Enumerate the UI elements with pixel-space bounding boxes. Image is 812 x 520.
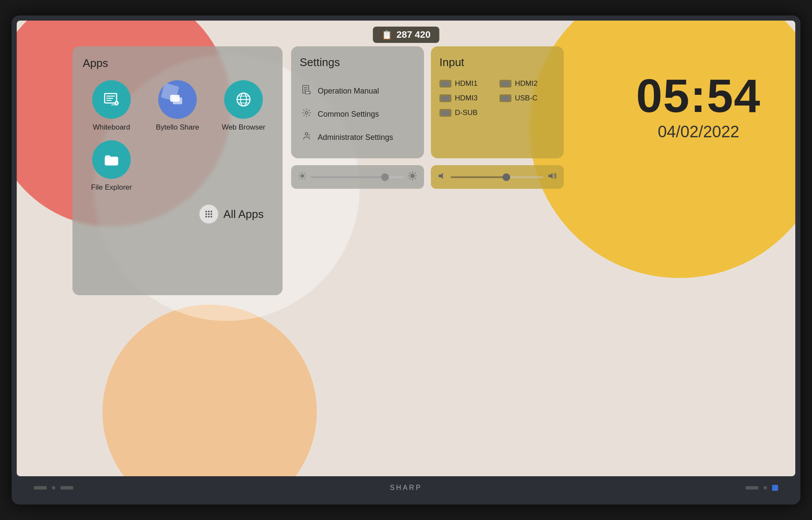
volume-slider-panel xyxy=(431,165,564,189)
apps-grid: Whiteboard Bytello Share xyxy=(83,80,272,192)
port-2 xyxy=(52,486,55,490)
svg-line-35 xyxy=(299,173,300,174)
input-usbc[interactable]: USB-C xyxy=(499,94,555,103)
volume-fill xyxy=(451,176,506,178)
input-panel-title: Input xyxy=(439,56,555,69)
input-grid: HDMI1 HDMI2 xyxy=(439,79,555,117)
input-hdmi1[interactable]: HDMI1 xyxy=(439,79,495,88)
hdmi3-icon xyxy=(439,94,451,102)
meeting-code: 287 420 xyxy=(397,29,431,40)
port-1 xyxy=(34,486,47,490)
settings-panel-title: Settings xyxy=(300,56,415,69)
admin-settings-label: Administrator Settings xyxy=(318,133,393,142)
hdmi2-icon xyxy=(499,80,511,88)
tv-screen: 📋 287 420 05:54 04/02/2022 Apps xyxy=(17,21,795,476)
input-hdmi3[interactable]: HDMI3 xyxy=(439,94,495,103)
svg-line-47 xyxy=(415,173,416,174)
admin-settings-icon xyxy=(301,131,312,144)
meeting-bar: 📋 287 420 xyxy=(373,27,439,43)
bg-peach-circle xyxy=(102,305,317,476)
port-3 xyxy=(60,486,73,490)
tv-frame: 📋 287 420 05:54 04/02/2022 Apps xyxy=(12,15,800,505)
port-5 xyxy=(764,486,767,490)
svg-line-44 xyxy=(409,173,411,174)
right-panels: Settings xyxy=(291,46,564,295)
operation-manual-icon xyxy=(301,85,312,97)
panels-row: Settings xyxy=(291,46,564,158)
sliders-row xyxy=(291,165,564,189)
brightness-min-icon xyxy=(298,172,307,182)
main-content: Apps xyxy=(72,46,564,295)
whiteboard-icon xyxy=(92,80,131,119)
svg-point-28 xyxy=(305,112,308,114)
svg-point-18 xyxy=(205,216,207,218)
svg-point-16 xyxy=(208,213,210,215)
svg-point-13 xyxy=(208,211,210,212)
svg-point-20 xyxy=(211,216,212,218)
hdmi3-label: HDMI3 xyxy=(455,94,478,103)
svg-rect-25 xyxy=(305,91,310,94)
fileexplorer-icon xyxy=(92,140,131,179)
svg-point-17 xyxy=(211,213,212,215)
brightness-thumb[interactable] xyxy=(381,173,389,181)
app-whiteboard[interactable]: Whiteboard xyxy=(83,80,140,132)
clock-display: 05:54 xyxy=(636,72,761,119)
date-display: 04/02/2022 xyxy=(636,123,761,141)
app-bytello[interactable]: Bytello Share xyxy=(149,80,206,132)
meeting-icon: 📋 xyxy=(382,30,392,40)
brightness-slider-panel xyxy=(291,165,424,189)
whiteboard-label: Whiteboard xyxy=(93,123,130,132)
input-panel: Input HDMI1 xyxy=(431,46,564,158)
bg-yellow-circle xyxy=(529,21,795,278)
apps-panel-title: Apps xyxy=(83,57,272,70)
tv-bottom-bar: SHARP xyxy=(17,476,795,499)
settings-item-common[interactable]: Common Settings xyxy=(300,103,415,126)
input-hdmi2[interactable]: HDMI2 xyxy=(499,79,555,88)
hdmi1-icon xyxy=(439,80,451,88)
svg-line-36 xyxy=(304,178,305,179)
webbrowser-icon xyxy=(224,80,263,119)
dsub-icon xyxy=(439,109,451,117)
app-fileexplorer[interactable]: File Explorer xyxy=(83,140,140,192)
bytello-icon xyxy=(158,80,197,119)
svg-point-29 xyxy=(305,133,308,135)
svg-line-37 xyxy=(299,178,300,179)
all-apps-button[interactable]: All Apps xyxy=(83,200,272,228)
svg-line-38 xyxy=(304,173,305,174)
svg-point-39 xyxy=(410,174,415,178)
dsub-label: D-SUB xyxy=(455,109,478,117)
input-dsub[interactable]: D-SUB xyxy=(439,109,495,117)
volume-track[interactable] xyxy=(451,176,543,178)
fileexplorer-label: File Explorer xyxy=(91,183,132,192)
common-settings-icon xyxy=(301,108,312,121)
settings-panel: Settings xyxy=(291,46,424,158)
common-settings-label: Common Settings xyxy=(318,110,379,119)
brightness-track[interactable] xyxy=(311,176,403,178)
bytello-label: Bytello Share xyxy=(156,123,199,132)
all-apps-label: All Apps xyxy=(223,208,264,221)
volume-thumb[interactable] xyxy=(502,173,510,181)
hdmi1-label: HDMI1 xyxy=(455,79,478,88)
svg-line-46 xyxy=(409,178,411,179)
bottom-ports-left xyxy=(34,486,73,490)
usbc-icon xyxy=(499,94,511,102)
usb-port xyxy=(772,485,778,491)
all-apps-icon xyxy=(199,205,218,224)
svg-line-45 xyxy=(415,178,416,179)
usbc-label: USB-C xyxy=(515,94,538,103)
settings-item-admin[interactable]: Administrator Settings xyxy=(300,126,415,149)
svg-rect-6 xyxy=(173,97,182,104)
hdmi2-label: HDMI2 xyxy=(515,79,538,88)
svg-point-14 xyxy=(211,211,212,212)
app-webbrowser[interactable]: Web Browser xyxy=(215,80,272,132)
time-display: 05:54 04/02/2022 xyxy=(636,72,761,141)
volume-max-icon xyxy=(547,171,557,183)
webbrowser-label: Web Browser xyxy=(222,123,265,132)
volume-min-icon xyxy=(438,172,446,182)
bottom-ports-right xyxy=(746,485,778,491)
brand-label: SHARP xyxy=(390,484,422,492)
svg-point-19 xyxy=(208,216,210,218)
apps-panel: Apps xyxy=(72,46,283,295)
settings-item-operation-manual[interactable]: Operation Manual xyxy=(300,79,415,103)
svg-point-30 xyxy=(301,174,304,178)
